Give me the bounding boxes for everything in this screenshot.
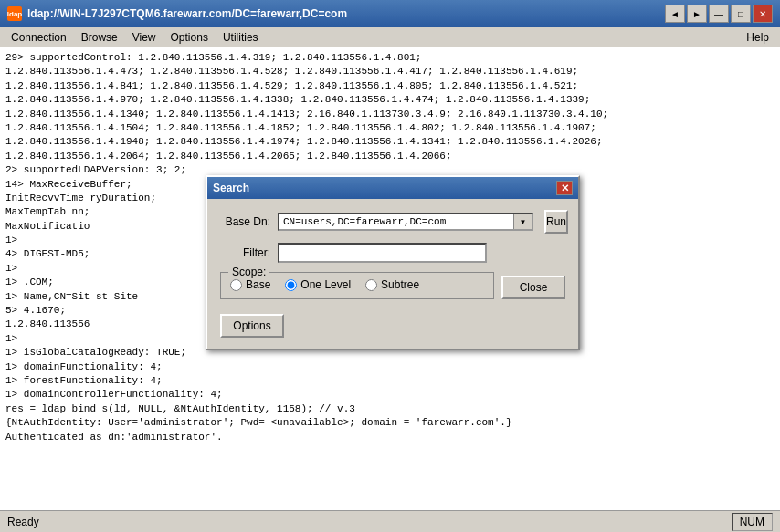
dialog-title-bar: Search ✕ bbox=[207, 177, 578, 199]
window-controls: ◄ ► — □ ✕ bbox=[665, 5, 773, 23]
dialog-close-icon[interactable]: ✕ bbox=[556, 181, 573, 195]
filter-input[interactable] bbox=[278, 243, 487, 263]
run-button[interactable]: Run bbox=[544, 210, 568, 234]
app-icon: ldap bbox=[7, 6, 22, 21]
maximize-button[interactable]: □ bbox=[731, 5, 751, 23]
scope-onelevel-text: One Level bbox=[300, 278, 351, 291]
back-button[interactable]: ◄ bbox=[665, 5, 685, 23]
window-title: ldap://WIN-L7J297CTQM6.farewarr.com/DC=f… bbox=[27, 7, 659, 20]
base-dn-combo[interactable]: ▼ bbox=[278, 213, 533, 231]
scope-radios: Base One Level Subtree bbox=[230, 278, 484, 291]
scope-onelevel-radio[interactable] bbox=[285, 279, 297, 291]
dialog-footer: Options bbox=[220, 314, 565, 338]
status-bar: Ready NUM bbox=[0, 510, 780, 532]
menu-help[interactable]: Help bbox=[739, 29, 776, 46]
menu-utilities[interactable]: Utilities bbox=[216, 29, 266, 46]
scope-subtree-radio[interactable] bbox=[365, 279, 377, 291]
scope-base-label[interactable]: Base bbox=[230, 278, 270, 291]
scope-legend: Scope: bbox=[228, 266, 269, 278]
scope-base-radio[interactable] bbox=[230, 279, 242, 291]
menu-view[interactable]: View bbox=[125, 29, 163, 46]
num-indicator: NUM bbox=[732, 513, 773, 531]
scope-close-row: Scope: Base One Level bbox=[220, 272, 565, 310]
menu-connection[interactable]: Connection bbox=[4, 29, 74, 46]
menu-bar: Connection Browse View Options Utilities… bbox=[0, 27, 780, 47]
options-button[interactable]: Options bbox=[220, 314, 284, 338]
scope-subtree-text: Subtree bbox=[381, 278, 419, 291]
dialog-body: Base Dn: ▼ Run Filter: bbox=[207, 199, 578, 349]
scope-section: Scope: Base One Level bbox=[220, 272, 494, 310]
filter-row: Filter: bbox=[220, 243, 565, 263]
filter-label: Filter: bbox=[220, 246, 270, 259]
dialog-overlay: Search ✕ Base Dn: ▼ Run bbox=[0, 47, 780, 510]
menu-browse[interactable]: Browse bbox=[74, 29, 125, 46]
main-area: 29> supportedControl: 1.2.840.113556.1.4… bbox=[0, 47, 780, 510]
scope-subtree-label[interactable]: Subtree bbox=[365, 278, 419, 291]
scope-onelevel-label[interactable]: One Level bbox=[285, 278, 351, 291]
dialog-title: Search bbox=[213, 182, 556, 194]
scope-group: Scope: Base One Level bbox=[220, 272, 494, 299]
minimize-button[interactable]: — bbox=[709, 5, 729, 23]
close-button[interactable]: ✕ bbox=[753, 5, 773, 23]
dialog-body-inner: Base Dn: ▼ Run Filter: bbox=[220, 210, 565, 338]
forward-button[interactable]: ► bbox=[687, 5, 707, 23]
menu-options[interactable]: Options bbox=[163, 29, 216, 46]
base-dn-row: Base Dn: ▼ Run bbox=[220, 210, 565, 234]
base-dn-label: Base Dn: bbox=[220, 215, 270, 228]
base-dn-dropdown-arrow[interactable]: ▼ bbox=[513, 214, 532, 229]
status-text: Ready bbox=[7, 516, 728, 528]
close-button[interactable]: Close bbox=[501, 276, 565, 299]
base-dn-input[interactable] bbox=[279, 214, 513, 229]
search-dialog: Search ✕ Base Dn: ▼ Run bbox=[206, 175, 580, 350]
scope-base-text: Base bbox=[246, 278, 270, 291]
title-bar: ldap ldap://WIN-L7J297CTQM6.farewarr.com… bbox=[0, 0, 780, 27]
